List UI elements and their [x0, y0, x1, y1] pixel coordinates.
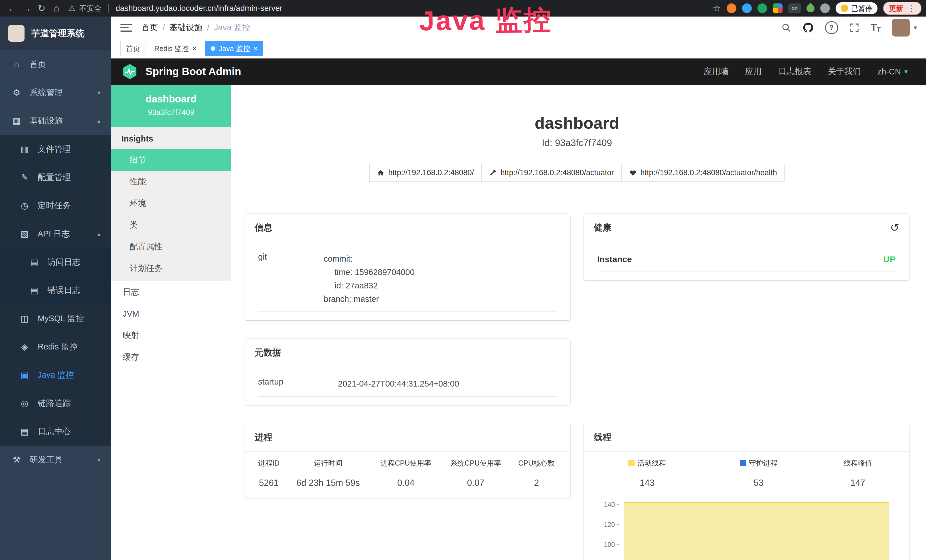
bookmark-star-icon[interactable]: ☆ — [713, 3, 721, 14]
service-url: http://192.168.0.2:48080/ — [389, 168, 474, 177]
breadcrumb-separator: / — [207, 23, 209, 33]
sba-instance-header[interactable]: dashboard 93a3fc7f7409 — [111, 85, 231, 127]
chevron-down-icon: ▾ — [97, 456, 100, 463]
github-icon[interactable] — [803, 22, 814, 33]
app-logo-row[interactable]: 芋道管理系统 — [0, 17, 111, 50]
breadcrumb: 首页 / 基础设施 / Java 监控 — [141, 22, 250, 33]
sidebar-item-log-center[interactable]: ▤ 日志中心 — [0, 417, 111, 446]
wrench-icon — [489, 169, 496, 177]
sidebar-item-label: 首页 — [30, 59, 46, 70]
url-text[interactable]: dashboard.yudao.iocoder.cn/infra/admin-s… — [115, 4, 282, 13]
help-icon[interactable]: ? — [825, 21, 838, 34]
sba-item-details[interactable]: 细节 — [111, 149, 231, 171]
infrastructure-icon: ▦ — [11, 116, 22, 126]
sba-item-caches[interactable]: 缓存 — [111, 346, 231, 368]
update-button[interactable]: 更新 ⋮ — [883, 2, 921, 15]
sba-nav-about[interactable]: 关于我们 — [828, 66, 861, 77]
menu-dots-icon[interactable]: ⋮ — [907, 3, 916, 14]
sba-item-loggers[interactable]: 日志 — [111, 281, 231, 303]
extension-icon[interactable] — [820, 3, 830, 13]
sba-item-scheduled-tasks[interactable]: 计划任务 — [111, 257, 231, 279]
extension-leaf-icon[interactable] — [805, 3, 816, 14]
sidebar-item-label: 研发工具 — [30, 454, 63, 466]
insights-group: Insights 细节 性能 环境 类 配置属性 计划任务 — [111, 127, 231, 281]
sidebar-item-label: 配置管理 — [38, 172, 71, 183]
actuator-url: http://192.168.0.2:48080/actuator — [501, 168, 614, 177]
sidebar-item-error-logs[interactable]: ▤ 错误日志 — [0, 276, 111, 304]
browser-home-icon[interactable]: ⌂ — [49, 1, 64, 16]
health-url-button[interactable]: http://192.168.0.2:48080/actuator/health — [622, 164, 785, 182]
sidebar-item-java-monitor[interactable]: ▣ Java 监控 — [0, 361, 111, 389]
tags-view-bar: 首页 Redis 监控 × Java 监控 × — [111, 39, 926, 59]
uptime-value: 6d 23h 15m 59s — [285, 472, 371, 490]
tab-java-monitor[interactable]: Java 监控 × — [205, 41, 263, 56]
sba-nav-journal[interactable]: 日志报表 — [778, 66, 811, 77]
sidebar-item-link-tracing[interactable]: ◎ 链路追踪 — [0, 389, 111, 417]
sidebar-item-label: 基础设施 — [30, 115, 63, 127]
font-size-icon[interactable]: TT — [871, 23, 881, 33]
tab-home[interactable]: 首页 — [120, 41, 145, 56]
sidebar-item-redis-monitor[interactable]: ◈ Redis 监控 — [0, 333, 111, 361]
sidebar-item-label: 文件管理 — [38, 144, 71, 155]
breadcrumb-separator: / — [163, 23, 165, 33]
sidebar-item-dev-tools[interactable]: ⚒ 研发工具 ▾ — [0, 446, 111, 474]
locale-selector[interactable]: zh-CN ▾ — [878, 67, 908, 76]
sba-nav-wallboard[interactable]: 应用墙 — [704, 66, 729, 77]
sidebar-item-home[interactable]: ⌂ 首页 — [0, 50, 111, 79]
sba-item-metrics[interactable]: 性能 — [111, 171, 231, 192]
paused-label: 已暂停 — [851, 4, 872, 13]
hamburger-icon[interactable] — [120, 22, 132, 33]
home-icon — [377, 169, 384, 177]
user-avatar[interactable] — [892, 19, 910, 36]
search-icon[interactable] — [781, 23, 791, 33]
fullscreen-icon[interactable] — [850, 23, 859, 33]
actuator-url-button[interactable]: http://192.168.0.2:48080/actuator — [481, 164, 622, 182]
sidebar-item-mysql-monitor[interactable]: ◫ MySQL 监控 — [0, 304, 111, 333]
admin-sidebar: 芋道管理系统 ⌂ 首页 ⚙ 系统管理 ▾ ▦ 基础设施 ▴ ▥ 文件管理 — [0, 17, 111, 560]
file-icon: ▥ — [19, 144, 30, 154]
tab-redis-monitor[interactable]: Redis 监控 × — [149, 41, 202, 56]
sidebar-item-label: 定时任务 — [38, 200, 71, 211]
address-bar[interactable]: ⚠ 不安全 dashboard.yudao.iocoder.cn/infra/a… — [68, 3, 713, 14]
extension-icon[interactable] — [727, 3, 736, 13]
edit-icon: ✎ — [19, 172, 30, 182]
sba-item-jvm[interactable]: JVM — [111, 303, 231, 325]
git-commit-line: commit: — [324, 252, 415, 266]
sidebar-item-access-logs[interactable]: ▤ 访问日志 — [0, 248, 111, 276]
extension-on-badge[interactable]: on — [788, 3, 801, 13]
close-icon[interactable]: × — [254, 45, 258, 52]
service-url-button[interactable]: http://192.168.0.2:48080/ — [369, 164, 482, 182]
sba-logo-icon — [121, 64, 138, 80]
sba-item-beans[interactable]: 类 — [111, 214, 231, 236]
home-icon: ⌂ — [11, 60, 22, 69]
reload-icon[interactable]: ↻ — [34, 1, 49, 16]
y-axis-tick: 120 — [604, 521, 623, 528]
git-branch: branch: master — [324, 292, 415, 306]
extension-icon[interactable] — [742, 3, 752, 13]
sba-item-environment[interactable]: 环境 — [111, 192, 231, 214]
sidebar-item-infrastructure[interactable]: ▦ 基础设施 ▴ — [0, 107, 111, 135]
close-icon[interactable]: × — [192, 45, 197, 52]
back-icon[interactable]: ← — [5, 1, 20, 16]
app-logo — [8, 25, 24, 42]
sidebar-item-system-management[interactable]: ⚙ 系统管理 ▾ — [0, 79, 111, 107]
chevron-down-icon: ▾ — [97, 89, 100, 96]
caret-down-icon: ▾ — [914, 24, 917, 31]
breadcrumb-home[interactable]: 首页 — [141, 22, 158, 33]
extension-icon[interactable] — [773, 3, 782, 13]
extension-icon[interactable] — [758, 3, 767, 13]
breadcrumb-infrastructure[interactable]: 基础设施 — [169, 22, 203, 33]
tools-icon: ⚒ — [11, 455, 22, 465]
paused-badge[interactable]: 已暂停 — [835, 2, 878, 14]
sba-item-config-props[interactable]: 配置属性 — [111, 236, 231, 257]
forward-icon[interactable]: → — [20, 1, 34, 16]
sidebar-item-label: MySQL 监控 — [38, 313, 84, 324]
security-warning-label[interactable]: 不安全 — [79, 3, 101, 14]
sidebar-item-config-management[interactable]: ✎ 配置管理 — [0, 163, 111, 191]
sidebar-item-file-management[interactable]: ▥ 文件管理 — [0, 135, 111, 163]
sba-nav-applications[interactable]: 应用 — [745, 66, 762, 77]
sidebar-item-api-logs[interactable]: ▧ API 日志 ▴ — [0, 219, 111, 248]
sba-item-mappings[interactable]: 映射 — [111, 325, 231, 346]
sidebar-item-scheduled-tasks[interactable]: ◷ 定时任务 — [0, 191, 111, 219]
history-icon[interactable]: ↺ — [890, 222, 899, 233]
